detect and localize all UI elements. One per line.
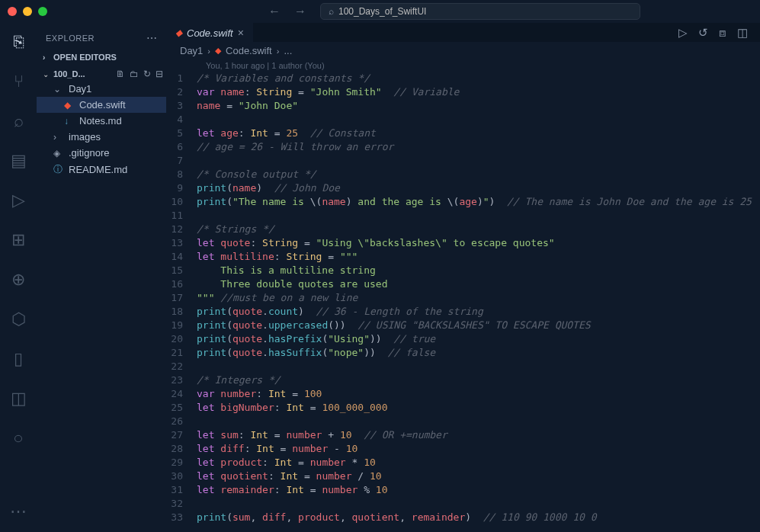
breadcrumb-part[interactable]: Day1 — [180, 45, 203, 56]
breadcrumb-part[interactable]: ... — [284, 45, 292, 56]
source-control-icon[interactable]: ⑂ — [14, 72, 24, 91]
code-content[interactable]: /* Strings */ — [197, 223, 760, 236]
code-content[interactable]: let bigNumber: Int = 100_000_000 — [197, 401, 760, 415]
code-content[interactable]: let product: Int = number * 10 — [197, 456, 760, 470]
code-line[interactable]: 9print(name) // John Doe — [166, 181, 760, 195]
code-line[interactable]: 8/* Console output */ — [166, 168, 760, 181]
code-content[interactable]: /* Console output */ — [197, 168, 760, 181]
close-tab-icon[interactable]: × — [238, 27, 244, 39]
tree-item-code-swift[interactable]: ◆Code.swift — [37, 97, 166, 113]
code-content[interactable] — [197, 497, 760, 511]
collapse-icon[interactable]: ⊟ — [156, 69, 163, 79]
breadcrumb[interactable]: Day1 › ◆ Code.swift › ... — [166, 42, 760, 59]
code-content[interactable] — [197, 113, 760, 127]
minimize-window-button[interactable] — [23, 7, 32, 16]
code-content[interactable]: // age = 26 - Will throw an error — [197, 140, 760, 154]
code-line[interactable]: 31let remainder: Int = number % 10 — [166, 483, 760, 497]
code-line[interactable]: 5let age: Int = 25 // Constant — [166, 127, 760, 140]
code-content[interactable]: name = "John Doe" — [197, 99, 760, 113]
code-line[interactable]: 29let product: Int = number * 10 — [166, 456, 760, 470]
code-content[interactable]: print(quote.hasSuffix("nope")) // false — [197, 346, 760, 360]
tree-item--gitignore[interactable]: ◈.gitignore — [37, 145, 166, 161]
code-line[interactable]: 33print(sum, diff, product, quotient, re… — [166, 511, 760, 524]
code-line[interactable]: 24var number: Int = 100 — [166, 387, 760, 401]
code-content[interactable]: let quote: String = "Using \"backslashes… — [197, 236, 760, 250]
code-line[interactable]: 27let sum: Int = number + 10 // OR +=num… — [166, 428, 760, 442]
code-content[interactable] — [197, 154, 760, 168]
remote-icon[interactable]: ▤ — [11, 151, 27, 171]
search-activity-icon[interactable]: ⌕ — [14, 111, 24, 131]
code-line[interactable]: 6// age = 26 - Will throw an error — [166, 140, 760, 154]
code-line[interactable]: 23/* Integers */ — [166, 373, 760, 387]
device-icon[interactable]: ▯ — [14, 349, 23, 369]
code-content[interactable]: print("The name is \(name) and the age i… — [197, 195, 760, 209]
code-content[interactable]: let age: Int = 25 // Constant — [197, 127, 760, 140]
code-content[interactable]: let remainder: Int = number % 10 — [197, 483, 760, 497]
code-editor[interactable]: 1/* Variables and constants */2var name:… — [166, 72, 760, 532]
code-line[interactable]: 15 This is a multiline string — [166, 264, 760, 277]
extensions-icon[interactable]: ⊞ — [11, 230, 25, 250]
tab-code-swift[interactable]: ◆ Code.swift × — [166, 23, 253, 42]
tree-item-images[interactable]: ›images — [37, 129, 166, 145]
tree-item-notes-md[interactable]: ↓Notes.md — [37, 113, 166, 129]
code-line[interactable]: 2var name: String = "John Smith" // Vari… — [166, 85, 760, 99]
explorer-icon[interactable]: ⎘ — [14, 32, 24, 52]
code-line[interactable]: 16 Three double quotes are used — [166, 277, 760, 291]
code-line[interactable]: 12/* Strings */ — [166, 223, 760, 236]
history-icon[interactable]: ↺ — [698, 26, 708, 40]
code-line[interactable]: 18print(quote.count) // 36 - Length of t… — [166, 305, 760, 319]
code-content[interactable]: """ //must be on a new line — [197, 291, 760, 305]
code-line[interactable]: 30let quotient: Int = number / 10 — [166, 470, 760, 483]
workspace-root[interactable]: ⌄ 100_D... 🗎 🗀 ↻ ⊟ — [37, 67, 166, 81]
code-line[interactable]: 14let multiline: String = """ — [166, 250, 760, 264]
run-icon[interactable]: ▷ — [678, 26, 688, 40]
code-content[interactable]: print(quote.uppercased()) // USING "BACK… — [197, 319, 760, 332]
tree-item-day1[interactable]: ⌄Day1 — [37, 81, 166, 97]
docker-icon[interactable]: ◫ — [11, 389, 27, 409]
code-content[interactable]: var name: String = "John Smith" // Varia… — [197, 85, 760, 99]
open-editors-section[interactable]: › OPEN EDITORS — [37, 50, 166, 64]
maximize-window-button[interactable] — [38, 7, 47, 16]
code-line[interactable]: 25let bigNumber: Int = 100_000_000 — [166, 401, 760, 415]
code-content[interactable]: let multiline: String = """ — [197, 250, 760, 264]
code-content[interactable]: This is a multiline string — [197, 264, 760, 277]
diff-icon[interactable]: ⧈ — [719, 26, 726, 40]
code-line[interactable]: 3name = "John Doe" — [166, 99, 760, 113]
nav-back-icon[interactable]: ← — [268, 5, 281, 18]
code-content[interactable]: print(sum, diff, product, quotient, rema… — [197, 511, 760, 524]
code-content[interactable]: let diff: Int = number - 10 — [197, 442, 760, 456]
command-center[interactable]: ⌕ — [320, 3, 640, 20]
code-line[interactable]: 1/* Variables and constants */ — [166, 72, 760, 85]
code-content[interactable]: let quotient: Int = number / 10 — [197, 470, 760, 483]
globe-icon[interactable]: ⊕ — [11, 270, 25, 290]
breadcrumb-part[interactable]: Code.swift — [226, 45, 272, 56]
code-content[interactable]: /* Integers */ — [197, 373, 760, 387]
code-line[interactable]: 19print(quote.uppercased()) // USING "BA… — [166, 319, 760, 332]
code-content[interactable] — [197, 415, 760, 428]
code-line[interactable]: 21print(quote.hasSuffix("nope")) // fals… — [166, 346, 760, 360]
code-content[interactable]: Three double quotes are used — [197, 277, 760, 291]
code-line[interactable]: 11 — [166, 209, 760, 223]
run-debug-icon[interactable]: ▷ — [12, 191, 25, 210]
code-line[interactable]: 32 — [166, 497, 760, 511]
code-line[interactable]: 4 — [166, 113, 760, 127]
code-content[interactable]: print(quote.count) // 36 - Length of the… — [197, 305, 760, 319]
code-line[interactable]: 28let diff: Int = number - 10 — [166, 442, 760, 456]
nav-forward-icon[interactable]: → — [294, 5, 306, 18]
code-content[interactable]: let sum: Int = number + 10 // OR +=numbe… — [197, 428, 760, 442]
code-line[interactable]: 26 — [166, 415, 760, 428]
code-line[interactable]: 13let quote: String = "Using \"backslash… — [166, 236, 760, 250]
activity-icon[interactable]: ○ — [13, 428, 23, 448]
split-icon[interactable]: ◫ — [737, 26, 748, 40]
code-content[interactable]: print(quote.hasPrefix("Using")) // true — [197, 332, 760, 346]
code-line[interactable]: 20print(quote.hasPrefix("Using")) // tru… — [166, 332, 760, 346]
code-line[interactable]: 7 — [166, 154, 760, 168]
tree-item-readme-md[interactable]: ⓘREADME.md — [37, 161, 166, 178]
code-line[interactable]: 10print("The name is \(name) and the age… — [166, 195, 760, 209]
code-content[interactable]: /* Variables and constants */ — [197, 72, 760, 85]
package-icon[interactable]: ⬡ — [11, 309, 26, 329]
more-icon[interactable]: ⋯ — [10, 502, 27, 521]
code-content[interactable] — [197, 360, 760, 373]
new-file-icon[interactable]: 🗎 — [116, 69, 125, 79]
code-content[interactable]: print(name) // John Doe — [197, 181, 760, 195]
